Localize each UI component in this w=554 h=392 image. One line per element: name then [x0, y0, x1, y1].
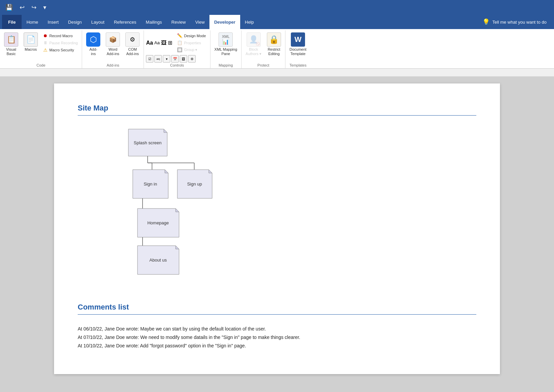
addins-button[interactable]: ⬡ Add-ins: [84, 31, 102, 57]
dropdown-icon[interactable]: ▾: [163, 55, 170, 63]
date-icon[interactable]: 📅: [171, 55, 179, 63]
comments-section: Comments list At 06/10/22, Jane Doe wrot…: [78, 303, 476, 350]
splash-label: Splash screen: [134, 140, 161, 145]
com-addins-label: COMAdd-ins: [126, 47, 139, 56]
design-mode-icon: ✏️: [177, 33, 182, 38]
menu-developer[interactable]: Developer: [209, 15, 240, 29]
comment-1: At 06/10/22, Jane Doe wrote: Maybe we ca…: [78, 325, 476, 333]
ribbon-group-mapping: XML 📊 XML MappingPane Mapping: [210, 30, 242, 68]
svg-marker-1: [164, 129, 167, 132]
group-button[interactable]: 🔲 Group ▾: [175, 47, 208, 53]
comment-2: At 07/10/22, Jane Doe wrote: We need to …: [78, 333, 476, 342]
record-icon: ⏺: [43, 33, 48, 38]
pause-icon: ⏸: [43, 40, 48, 45]
sitemap-svg: Splash screen Sign in Sig: [84, 126, 253, 288]
block-authors-button[interactable]: 👤 🚫 BlockAuthors ▾: [244, 31, 263, 57]
menu-insert[interactable]: Insert: [43, 15, 64, 29]
homepage-label: Homepage: [147, 220, 169, 225]
macros-button[interactable]: 📄 Macros: [22, 31, 40, 53]
code-group-label: Code: [36, 63, 45, 68]
xml-mapping-button[interactable]: XML 📊 XML MappingPane: [212, 31, 239, 57]
document-template-label: DocumentTemplate: [289, 47, 306, 56]
controls-group-label: Controls: [170, 63, 184, 68]
ribbon-group-controls: Aa Aa 🖼 ⊞ ✏️ Design Mode 📋 Properties: [144, 30, 210, 68]
addins-group-label: Add-ins: [107, 63, 119, 68]
warning-icon: ⚠: [43, 47, 48, 53]
menu-bar: File Home Insert Design Layout Reference…: [0, 15, 554, 29]
record-macro-label: Record Macro: [49, 34, 73, 38]
node-homepage: Homepage: [137, 209, 179, 237]
node-aboutus: About us: [137, 246, 179, 274]
sitemap-title: Site Map: [78, 104, 476, 113]
text-aa-large[interactable]: Aa: [146, 40, 153, 46]
customize-dropdown-icon[interactable]: ▾: [41, 3, 48, 12]
restrict-editing-button[interactable]: 🔒 RestrictEditing: [265, 31, 283, 57]
macro-security-label: Macro Security: [49, 48, 74, 52]
pause-recording-label: Pause Recording: [49, 41, 78, 45]
document-template-button[interactable]: W DocumentTemplate: [287, 31, 308, 57]
menu-view[interactable]: View: [191, 15, 209, 29]
ribbon-group-code: 📋 VisualBasic 📄 Macros ⏺ Record Macro ⏸: [0, 30, 82, 68]
templates-group-label: Templates: [289, 63, 306, 68]
svg-marker-5: [209, 170, 212, 173]
design-mode-label: Design Mode: [184, 34, 206, 38]
design-mode-button[interactable]: ✏️ Design Mode: [175, 32, 208, 39]
restrict-editing-label: RestrictEditing: [268, 47, 280, 56]
text-aa-small[interactable]: Aa: [154, 40, 160, 45]
ribbon-group-templates: W DocumentTemplate Templates: [285, 30, 310, 68]
node-signup: Sign up: [177, 170, 212, 198]
record-macro-button[interactable]: ⏺ Record Macro: [41, 32, 80, 39]
tell-me-text[interactable]: Tell me what you want to do: [493, 20, 547, 25]
ribbon: 📋 VisualBasic 📄 Macros ⏺ Record Macro ⏸: [0, 29, 554, 69]
addins-label: Add-ins: [90, 47, 97, 56]
group-label: Group ▾: [184, 48, 198, 52]
node-signin: Sign in: [133, 170, 168, 198]
xml-mapping-label: XML MappingPane: [215, 47, 237, 56]
menu-file[interactable]: File: [2, 15, 22, 29]
save-icon[interactable]: 💾: [3, 3, 15, 12]
block-authors-label: BlockAuthors ▾: [246, 47, 261, 56]
visual-basic-label: VisualBasic: [6, 47, 16, 56]
menu-layout[interactable]: Layout: [86, 15, 109, 29]
mapping-group-label: Mapping: [219, 63, 233, 68]
svg-marker-7: [176, 209, 179, 212]
comment-3: At 10/10/22, Jane Doe wrote: Add "forgot…: [78, 342, 476, 350]
image-icon[interactable]: 🖼: [161, 40, 167, 46]
sitemap-diagram: Splash screen Sign in Sig: [84, 126, 476, 289]
more-ctrl-icon[interactable]: ⚙: [188, 55, 196, 63]
svg-marker-3: [165, 170, 168, 173]
word-doc-icon: W: [291, 32, 305, 47]
menu-references[interactable]: References: [109, 15, 141, 29]
properties-icon: 📋: [177, 40, 182, 45]
com-addins-button[interactable]: ⚙ COMAdd-ins: [123, 31, 142, 57]
word-addins-button[interactable]: 📦 WordAdd-ins: [104, 31, 122, 57]
group-icon: 🔲: [177, 47, 182, 52]
table-icon[interactable]: ⊞: [168, 40, 172, 46]
word-addins-label: WordAdd-ins: [107, 47, 119, 56]
checkbox-icon[interactable]: ☑: [146, 55, 153, 63]
document-page: Site Map Splash screen: [54, 83, 500, 374]
node-splash: Splash screen: [128, 129, 167, 156]
comments-title: Comments list: [78, 303, 476, 312]
macro-security-button[interactable]: ⚠ Macro Security: [41, 47, 80, 53]
ribbon-group-protect: 👤 🚫 BlockAuthors ▾ 🔒 RestrictEditing Pro…: [242, 30, 285, 68]
menu-review[interactable]: Review: [167, 15, 191, 29]
properties-button[interactable]: 📋 Properties: [175, 40, 208, 46]
signup-label: Sign up: [187, 181, 202, 187]
macros-label: Macros: [25, 47, 37, 52]
sitemap-divider: [78, 115, 476, 116]
bulb-icon: 💡: [482, 18, 490, 26]
menu-help[interactable]: Help: [240, 15, 259, 29]
document-area: Site Map Splash screen: [0, 77, 554, 381]
redo-icon[interactable]: ↪: [29, 3, 39, 12]
ribbon-group-addins: ⬡ Add-ins 📦 WordAdd-ins ⚙ COMAdd-ins Add…: [82, 30, 144, 68]
visual-basic-button[interactable]: 📋 VisualBasic: [2, 31, 20, 57]
textbox-icon[interactable]: ab|: [154, 55, 162, 63]
menu-design[interactable]: Design: [64, 15, 86, 29]
menu-mailings[interactable]: Mailings: [141, 15, 167, 29]
menu-home[interactable]: Home: [22, 15, 43, 29]
pause-recording-button[interactable]: ⏸ Pause Recording: [41, 40, 80, 46]
content-ctrl-icon[interactable]: 🖼: [180, 55, 187, 63]
svg-marker-9: [176, 246, 179, 249]
undo-icon[interactable]: ↩: [18, 3, 27, 12]
